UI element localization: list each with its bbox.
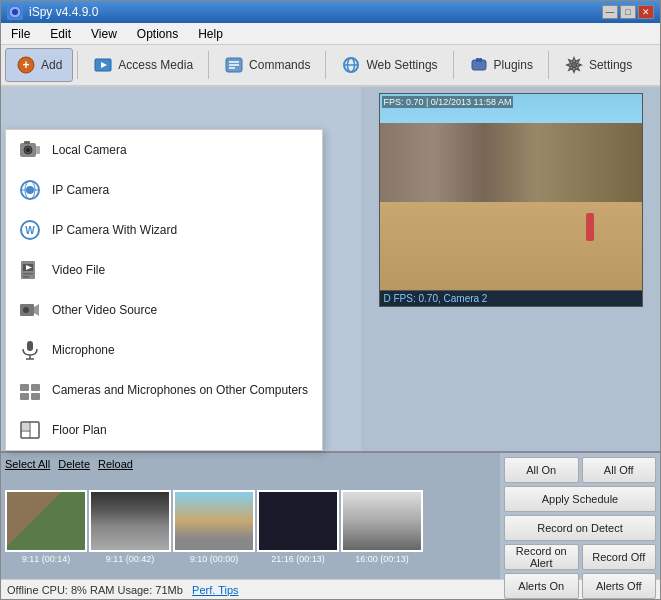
select-all-button[interactable]: Select All: [5, 458, 50, 470]
thumb-label-2: 9:10 (00:00): [190, 554, 239, 564]
floor-plan-label: Floor Plan: [52, 423, 107, 437]
thumbnail-2[interactable]: 9:10 (00:00): [173, 490, 255, 564]
svg-rect-20: [36, 146, 40, 154]
svg-point-16: [571, 62, 577, 68]
menu-bar: File Edit View Options Help: [1, 23, 660, 45]
floor-plan-icon: [18, 418, 42, 442]
dropdown-cameras-other[interactable]: Cameras and Microphones on Other Compute…: [6, 370, 322, 410]
svg-rect-36: [27, 341, 33, 351]
record-off-button[interactable]: Record Off: [582, 544, 657, 570]
right-panel: FPS: 0.70 | 0/12/2013 11:58 AM D FPS: 0.…: [361, 87, 660, 451]
thumb-img-1: [89, 490, 171, 552]
perf-tips-link[interactable]: Perf. Tips: [192, 584, 238, 596]
toolbar-access-media-button[interactable]: Access Media: [82, 48, 204, 82]
svg-rect-39: [20, 384, 29, 391]
status-main: Offline CPU: 8% RAM Usage: 71Mb: [7, 584, 183, 596]
thumb-img-3: [257, 490, 339, 552]
other-video-label: Other Video Source: [52, 303, 157, 317]
svg-rect-46: [22, 423, 29, 430]
ctrl-row-2: Record on Detect: [504, 515, 656, 541]
access-media-label: Access Media: [118, 58, 193, 72]
ctrl-row-4: Alerts On Alerts Off: [504, 573, 656, 599]
reload-button[interactable]: Reload: [98, 458, 133, 470]
svg-rect-31: [23, 273, 33, 275]
add-label: Add: [41, 58, 62, 72]
svg-rect-32: [23, 276, 29, 278]
video-file-label: Video File: [52, 263, 105, 277]
camera-scene: [380, 94, 642, 290]
dropdown-floor-plan[interactable]: Floor Plan: [6, 410, 322, 450]
dropdown-video-file[interactable]: Video File: [6, 250, 322, 290]
minimize-button[interactable]: —: [602, 5, 618, 19]
thumb-img-2: [173, 490, 255, 552]
separator-3: [325, 51, 326, 79]
plugins-icon: [469, 55, 489, 75]
person-figure: [586, 213, 594, 241]
thumb-img-0: [5, 490, 87, 552]
title-bar: iSpy v4.4.9.0 — □ ✕: [1, 1, 660, 23]
toolbar-add-button[interactable]: + Add: [5, 48, 73, 82]
maximize-button[interactable]: □: [620, 5, 636, 19]
menu-edit[interactable]: Edit: [44, 25, 77, 43]
add-dropdown-menu: Local Camera IP Camera W: [5, 129, 323, 451]
control-buttons-panel: All On All Off Apply Schedule Record on …: [500, 453, 660, 579]
close-button[interactable]: ✕: [638, 5, 654, 19]
window-title: iSpy v4.4.9.0: [29, 5, 98, 19]
alerts-on-button[interactable]: Alerts On: [504, 573, 579, 599]
plugins-label: Plugins: [494, 58, 533, 72]
svg-rect-21: [24, 141, 30, 144]
thumb-img-4: [341, 490, 423, 552]
thumbnail-0[interactable]: 9:11 (00:14): [5, 490, 87, 564]
separator-1: [77, 51, 78, 79]
ip-camera-wizard-icon: W: [18, 218, 42, 242]
toolbar-plugins-button[interactable]: Plugins: [458, 48, 544, 82]
toolbar-settings-button[interactable]: Settings: [553, 48, 643, 82]
menu-help[interactable]: Help: [192, 25, 229, 43]
ip-camera-label: IP Camera: [52, 183, 109, 197]
ctrl-row-3: Record on Alert Record Off: [504, 544, 656, 570]
menu-view[interactable]: View: [85, 25, 123, 43]
svg-text:W: W: [25, 225, 35, 236]
video-file-icon: [18, 258, 42, 282]
thumbnail-3[interactable]: 21:16 (00:13): [257, 490, 339, 564]
dropdown-ip-camera-wizard[interactable]: W IP Camera With Wizard: [6, 210, 322, 250]
record-on-alert-button[interactable]: Record on Alert: [504, 544, 579, 570]
dropdown-ip-camera[interactable]: IP Camera: [6, 170, 322, 210]
all-on-button[interactable]: All On: [504, 457, 579, 483]
menu-options[interactable]: Options: [131, 25, 184, 43]
thumbnail-4[interactable]: 16:00 (00:13): [341, 490, 423, 564]
microphone-icon: [18, 338, 42, 362]
toolbar-commands-button[interactable]: Commands: [213, 48, 321, 82]
svg-rect-15: [479, 58, 482, 62]
record-on-detect-button[interactable]: Record on Detect: [504, 515, 656, 541]
svg-rect-14: [476, 58, 479, 62]
thumbnail-1[interactable]: 9:11 (00:42): [89, 490, 171, 564]
svg-point-19: [26, 148, 30, 152]
commands-label: Commands: [249, 58, 310, 72]
separator-5: [548, 51, 549, 79]
access-media-icon: [93, 55, 113, 75]
svg-rect-42: [31, 393, 40, 400]
thumb-toolbar: Select All Delete Reload: [1, 453, 500, 475]
bottom-section: Select All Delete Reload 9:11 (00:14): [1, 451, 660, 579]
apply-schedule-button[interactable]: Apply Schedule: [504, 486, 656, 512]
content-area: Local Camera IP Camera W: [1, 87, 660, 579]
delete-button[interactable]: Delete: [58, 458, 90, 470]
svg-rect-40: [31, 384, 40, 391]
dropdown-local-camera[interactable]: Local Camera: [6, 130, 322, 170]
menu-file[interactable]: File: [5, 25, 36, 43]
web-settings-icon: [341, 55, 361, 75]
camera-view[interactable]: FPS: 0.70 | 0/12/2013 11:58 AM: [379, 93, 643, 291]
dropdown-other-video[interactable]: Other Video Source: [6, 290, 322, 330]
local-camera-label: Local Camera: [52, 143, 127, 157]
thumb-label-3: 21:16 (00:13): [271, 554, 325, 564]
camera-status-bar: D FPS: 0.70, Camera 2: [379, 291, 643, 307]
ctrl-row-0: All On All Off: [504, 457, 656, 483]
alerts-off-button[interactable]: Alerts Off: [582, 573, 657, 599]
all-off-button[interactable]: All Off: [582, 457, 657, 483]
dropdown-microphone[interactable]: Microphone: [6, 330, 322, 370]
cameras-other-icon: [18, 378, 42, 402]
toolbar-web-settings-button[interactable]: Web Settings: [330, 48, 448, 82]
status-text: Offline CPU: 8% RAM Usage: 71Mb Perf. Ti…: [7, 584, 239, 596]
settings-icon: [564, 55, 584, 75]
